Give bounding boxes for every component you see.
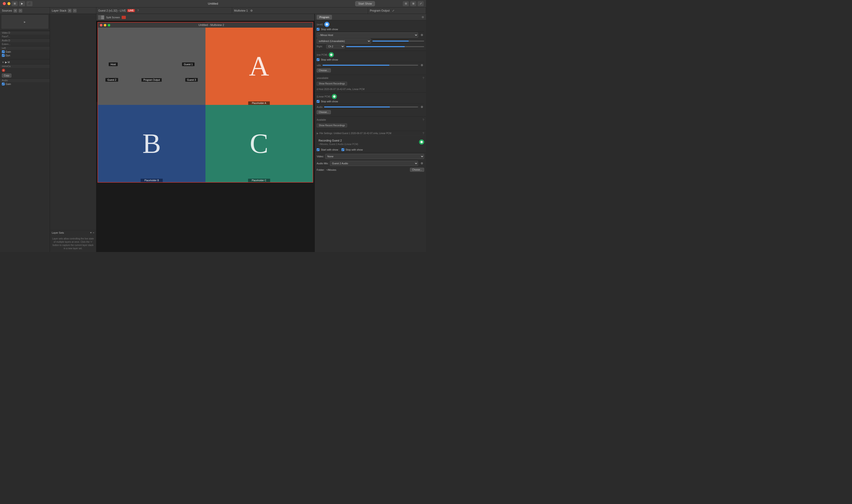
stop-with-show-check-1[interactable] bbox=[317, 28, 319, 31]
start-with-show-check[interactable] bbox=[317, 148, 319, 151]
program-output-expand[interactable]: ⤢ bbox=[391, 8, 395, 13]
layer-stack-remove-button[interactable]: − bbox=[73, 9, 77, 13]
choose-button-1[interactable]: Choose... bbox=[317, 69, 331, 72]
guest-help-icon[interactable]: ? bbox=[137, 9, 139, 12]
layer-stack-label: Layer Stack bbox=[52, 9, 66, 12]
help-icon-2[interactable]: ? bbox=[423, 118, 424, 122]
audio-mix-row: Audio Mix: Guest 2 Audio ⚙ bbox=[315, 160, 426, 166]
mv-close-button[interactable] bbox=[100, 24, 102, 26]
audio-slider-2[interactable] bbox=[324, 107, 418, 107]
mimocam-source[interactable]: ● bbox=[0, 68, 50, 73]
gain-checkbox-2[interactable] bbox=[2, 83, 5, 85]
sources-add-button[interactable]: + bbox=[14, 9, 17, 13]
video-select[interactable]: None bbox=[325, 154, 424, 159]
mv-cell-a[interactable]: A Placeholder A bbox=[206, 28, 313, 105]
audio-mix-settings[interactable]: ⚙ bbox=[420, 161, 424, 166]
help-icon-1[interactable]: ? bbox=[423, 76, 424, 80]
sources-panel: ▶ Video D FaceT... Audio D Extern... Lef… bbox=[0, 14, 50, 252]
stop-with-show-check-g2[interactable] bbox=[341, 148, 344, 151]
right-channel-select[interactable]: Ch 2 bbox=[326, 44, 345, 49]
multiview-grid: Host Guest 1 Guest 2 Guest 3 Program Out… bbox=[98, 28, 313, 182]
copy-btn-row: Copy bbox=[1, 73, 49, 78]
record-button-3[interactable] bbox=[332, 94, 337, 99]
multiview-settings-icon[interactable]: ⚙ bbox=[249, 8, 254, 13]
dyn-label: Dyn bbox=[5, 54, 10, 57]
record-button-1[interactable] bbox=[324, 22, 330, 27]
audio-settings[interactable]: ⚙ bbox=[420, 63, 424, 68]
layer-stack-header: Layer Stack + − bbox=[50, 7, 96, 14]
multiview-titlebar: Untitled - Multiview 2 bbox=[98, 22, 313, 28]
video-area: Split Screen Untitled - Multiview 2 Host… bbox=[96, 14, 315, 252]
video-field-label: Video: bbox=[317, 155, 324, 158]
audio-label: udio bbox=[317, 64, 321, 67]
unavail-row: unavailable ? bbox=[317, 76, 424, 80]
recording-file-1: d Host 2020-06-07 16-42-07.m4a, Linear P… bbox=[317, 88, 424, 91]
audio-settings-2[interactable]: ⚙ bbox=[420, 105, 424, 109]
gain-checkbox-1[interactable] bbox=[2, 50, 5, 53]
audio-section: Audio D bbox=[0, 38, 50, 42]
right-vol-slider[interactable] bbox=[346, 46, 424, 47]
layout-icon-3[interactable]: ⤢ bbox=[418, 1, 424, 6]
record-button-guest2[interactable] bbox=[419, 140, 424, 145]
minus-host-settings[interactable]: ⚙ bbox=[420, 33, 424, 37]
stop-with-show-check-3[interactable] bbox=[317, 100, 319, 103]
stop-icon[interactable]: ⬛ bbox=[26, 1, 33, 6]
linear-pcm-label-1: (ear PCM) bbox=[317, 54, 327, 56]
split-screen-red-button[interactable] bbox=[122, 16, 126, 19]
mv-program-output-label: Program Output bbox=[142, 78, 162, 82]
minus-host-select[interactable]: - Minus Host bbox=[317, 33, 418, 38]
copy-button[interactable]: Copy bbox=[2, 74, 11, 77]
recording-guest2-header: Recording Guest 2 ~/Movies, Guest 2 Audi… bbox=[315, 137, 426, 147]
grid-icon[interactable]: ⊞ bbox=[12, 1, 18, 6]
mv-max-button[interactable] bbox=[108, 24, 110, 26]
audio-mix-select[interactable]: Guest 2 Audio bbox=[330, 161, 418, 166]
layout-icon-2[interactable]: ⊞ bbox=[410, 1, 416, 6]
unavail-label: unavailable bbox=[317, 77, 329, 79]
guest-live-label: Guest 2 (v1.32) - LIVE bbox=[98, 9, 126, 12]
layer-stack-add-button[interactable]: + bbox=[68, 9, 71, 13]
stop-with-show-check-2[interactable] bbox=[317, 58, 319, 61]
show-recordings-btn-2[interactable]: Show Recent Recordings bbox=[317, 123, 347, 127]
sources-remove-button[interactable]: − bbox=[19, 9, 22, 13]
layer-sets-label: Layer Sets bbox=[52, 231, 89, 234]
program-tab-row: Program ⚙ bbox=[315, 14, 426, 20]
linear-pcm-row-1: (ear PCM) bbox=[317, 52, 424, 57]
layer-sets-add-button[interactable]: + bbox=[90, 231, 92, 234]
minimize-button[interactable] bbox=[7, 2, 11, 5]
avail-row: (avail) bbox=[317, 22, 424, 27]
layout-icon-1[interactable]: ⊟ bbox=[403, 1, 409, 6]
play-icon[interactable]: ▶ bbox=[19, 1, 25, 6]
title-bar-right: ⊟ ⊞ ⤢ bbox=[403, 1, 424, 6]
close-button[interactable] bbox=[3, 2, 6, 5]
mv-min-button[interactable] bbox=[104, 24, 106, 26]
help-icon-3[interactable]: ? bbox=[423, 131, 424, 135]
start-show-button[interactable]: Start Show bbox=[355, 1, 375, 6]
file-settings-row[interactable]: ▶ File Settings: Untitled Guest 1 2020-0… bbox=[315, 131, 426, 136]
mv-cell-b[interactable]: B Placeholder B bbox=[98, 105, 206, 182]
mv-cell-top-left[interactable]: Host Guest 1 Guest 2 Guest 3 Program Out… bbox=[98, 28, 206, 105]
multiview-window: Untitled - Multiview 2 Host Guest 1 Gues… bbox=[97, 22, 313, 183]
volume-slider-1[interactable] bbox=[372, 41, 424, 41]
video-tree-item[interactable]: ▼ ▶ M bbox=[0, 60, 50, 64]
program-section-5: Available ? Show Recent Recordings bbox=[315, 117, 426, 131]
softdirect-select[interactable]: softdirect (Unavailable) bbox=[317, 38, 371, 43]
multiview-window-title: Untitled - Multiview 2 bbox=[198, 23, 224, 27]
layer-sets-remove-button[interactable]: − bbox=[93, 231, 94, 234]
facetime-source[interactable]: FaceT... bbox=[0, 35, 50, 38]
program-settings-gear[interactable]: ⚙ bbox=[422, 16, 424, 19]
extern-audio-source[interactable]: Extern... bbox=[0, 42, 50, 46]
dyn-checkbox[interactable] bbox=[2, 54, 5, 57]
choose-button-2[interactable]: Choose... bbox=[317, 110, 331, 114]
show-recordings-btn-1[interactable]: Show Recent Recordings bbox=[317, 82, 347, 86]
stop-with-show-label-3: Stop with show bbox=[321, 100, 338, 103]
mv-cell-c[interactable]: C Placeholder C bbox=[206, 105, 313, 182]
linear-pcm-label-2: (Linear PCM) bbox=[317, 95, 330, 98]
audio-slider[interactable] bbox=[322, 65, 418, 66]
record-button-2[interactable] bbox=[329, 52, 334, 57]
choose-button-3[interactable]: Choose... bbox=[410, 168, 424, 172]
program-output-header: Program Output ⤢ bbox=[368, 7, 426, 14]
multiview-label: Multiview 1 bbox=[234, 9, 248, 12]
audio-slider-row: udio ⚙ bbox=[317, 63, 424, 68]
program-tab[interactable]: Program bbox=[317, 15, 332, 19]
show-recordings-row-1: Show Recent Recordings bbox=[317, 81, 424, 87]
